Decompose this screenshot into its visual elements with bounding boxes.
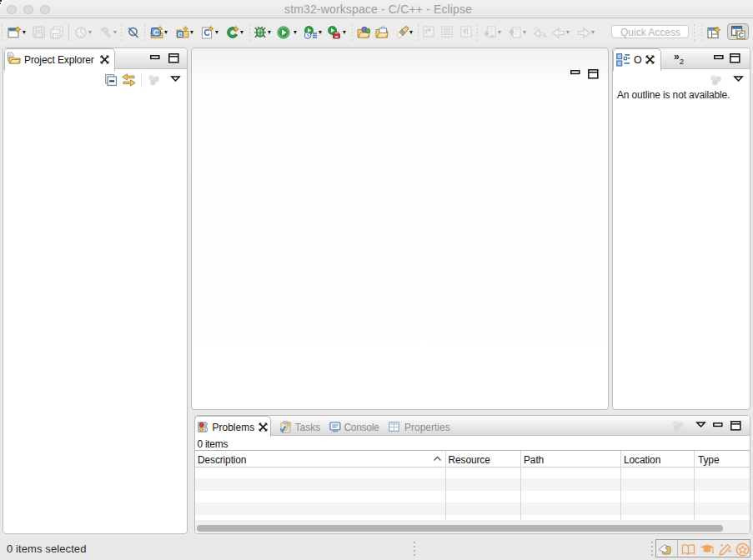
svg-text:C: C xyxy=(178,31,183,38)
svg-text:C: C xyxy=(739,30,744,38)
svg-text:C: C xyxy=(203,28,209,38)
